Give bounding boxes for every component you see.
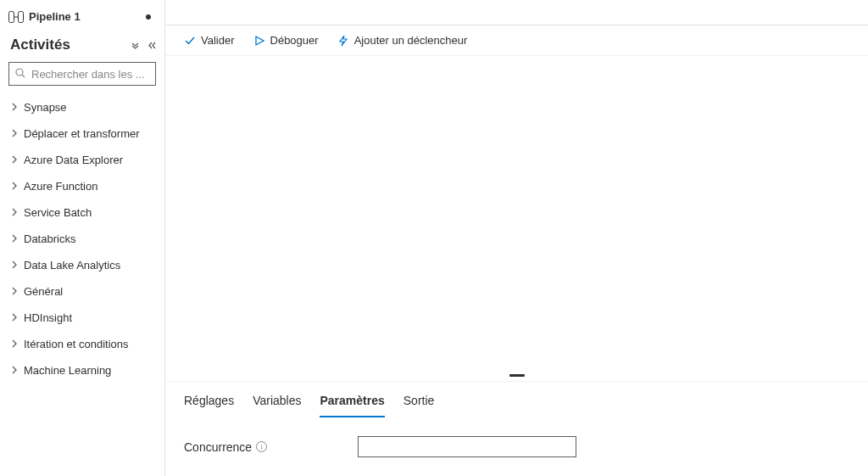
activity-group-label: Déplacer et transformer <box>24 127 140 140</box>
chevron-right-icon <box>10 180 19 193</box>
activity-group[interactable]: Data Lake Analytics <box>8 252 156 278</box>
bottom-tabs: Réglages Variables Paramètres Sortie <box>165 381 868 417</box>
activity-group[interactable]: HDInsight <box>8 305 156 331</box>
drag-handle-icon <box>509 374 525 377</box>
add-trigger-button[interactable]: Ajouter un déclencheur <box>337 34 468 47</box>
pipeline-tab[interactable]: Pipeline 1 <box>8 10 89 23</box>
debug-label: Déboguer <box>270 34 319 47</box>
tab-settings[interactable]: Réglages <box>184 389 234 417</box>
activity-group[interactable]: Général <box>8 278 156 305</box>
tab-label: Sortie <box>403 394 435 407</box>
concurrency-label-text: Concurrence <box>184 440 252 454</box>
parameters-form: Concurrence i <box>165 417 868 476</box>
chevron-right-icon <box>10 311 19 324</box>
activities-search[interactable] <box>8 62 156 86</box>
activities-list: Synapse Déplacer et transformer Azure Da… <box>8 94 156 384</box>
play-icon <box>253 35 265 47</box>
chevron-right-icon <box>10 101 19 114</box>
check-icon <box>184 35 196 47</box>
activity-group[interactable]: Synapse <box>8 94 156 120</box>
activity-group-label: Itération et conditions <box>24 338 129 350</box>
pipeline-tab-label: Pipeline 1 <box>29 10 81 23</box>
activity-group[interactable]: Azure Data Explorer <box>8 147 156 173</box>
svg-rect-0 <box>9 11 14 22</box>
chevron-right-icon <box>10 338 19 350</box>
expand-all-icon[interactable] <box>131 41 140 50</box>
collapse-panel-icon[interactable] <box>147 41 156 50</box>
activity-group[interactable]: Itération et conditions <box>8 331 156 357</box>
toolbar: Valider Déboguer Ajouter un déclencheur <box>165 25 868 55</box>
main: Valider Déboguer Ajouter un déclencheur … <box>165 0 868 476</box>
tab-variables[interactable]: Variables <box>253 389 301 417</box>
chevron-right-icon <box>10 232 19 245</box>
activity-group[interactable]: Machine Learning <box>8 357 156 384</box>
concurrency-label: Concurrence i <box>184 440 349 454</box>
panel-resize-handle[interactable] <box>165 369 868 381</box>
sidebar: Pipeline 1 Activités <box>0 0 165 476</box>
tab-parameters[interactable]: Paramètres <box>320 389 384 417</box>
activity-group[interactable]: Azure Function <box>8 173 156 199</box>
info-icon[interactable]: i <box>256 441 267 452</box>
activity-group-label: Databricks <box>24 232 75 245</box>
add-trigger-label: Ajouter un déclencheur <box>354 34 468 47</box>
validate-button[interactable]: Valider <box>184 34 235 47</box>
chevron-right-icon <box>10 285 19 298</box>
chevron-right-icon <box>10 364 19 377</box>
activities-controls <box>131 41 156 50</box>
chevron-right-icon <box>10 259 19 272</box>
debug-button[interactable]: Déboguer <box>253 34 319 47</box>
activity-group[interactable]: Databricks <box>8 226 156 252</box>
validate-label: Valider <box>201 34 235 47</box>
concurrency-input[interactable] <box>358 436 576 457</box>
lightning-icon <box>337 35 349 47</box>
tab-label: Réglages <box>184 394 234 407</box>
svg-line-4 <box>22 75 25 77</box>
chevron-right-icon <box>10 206 19 219</box>
pipeline-canvas[interactable] <box>165 55 868 369</box>
activity-group-label: Machine Learning <box>24 364 111 377</box>
activities-search-input[interactable] <box>31 68 150 81</box>
svg-point-3 <box>16 69 23 76</box>
activity-group[interactable]: Service Batch <box>8 199 156 226</box>
chevron-right-icon <box>10 154 19 166</box>
activity-group[interactable]: Déplacer et transformer <box>8 120 156 147</box>
tab-label: Paramètres <box>320 394 384 407</box>
pipeline-icon <box>8 11 24 23</box>
pipeline-tab-row: Pipeline 1 <box>8 7 156 31</box>
activity-group-label: Data Lake Analytics <box>24 259 120 272</box>
top-spacer <box>165 0 868 25</box>
tab-label: Variables <box>253 394 301 407</box>
activity-group-label: Synapse <box>24 101 67 114</box>
activities-title: Activités <box>10 36 131 53</box>
svg-rect-1 <box>19 11 24 22</box>
activity-group-label: Azure Function <box>24 180 97 193</box>
activity-group-label: Azure Data Explorer <box>24 154 123 166</box>
activity-group-label: Service Batch <box>24 206 92 219</box>
tab-output[interactable]: Sortie <box>403 389 435 417</box>
activities-header: Activités <box>8 31 156 59</box>
unsaved-dot-icon <box>146 14 151 20</box>
activity-group-label: Général <box>24 285 63 298</box>
activity-group-label: HDInsight <box>24 311 72 324</box>
search-icon <box>14 67 26 81</box>
chevron-right-icon <box>10 127 19 140</box>
